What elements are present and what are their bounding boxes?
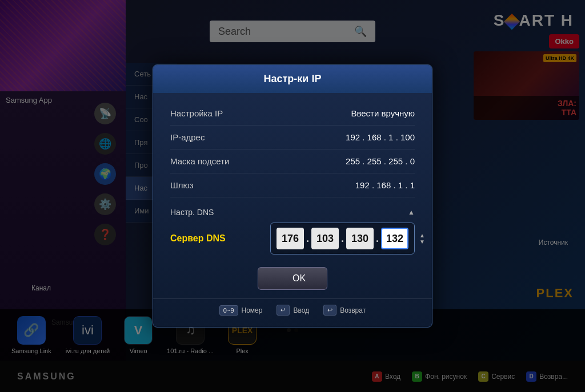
dns-field-3[interactable]: 132: [381, 228, 408, 249]
footer-hint-number-label: Номер: [242, 306, 263, 314]
server-dns-row: Сервер DNS 176 . 103 . 130 . 132: [170, 220, 415, 260]
ip-settings-dialog: Настр-ки IP Настройка IP Ввести вручную …: [153, 64, 432, 328]
server-dns-label: Сервер DNS: [170, 233, 239, 244]
dns-field-0[interactable]: 176: [277, 228, 304, 249]
footer-hint-enter: ↵ Ввод: [277, 305, 309, 316]
dialog-label-ip-setting: Настройка IP: [170, 108, 223, 118]
dns-field-1[interactable]: 103: [311, 228, 339, 249]
ok-button[interactable]: OK: [258, 267, 327, 290]
dns-dot-1: .: [304, 233, 311, 245]
dns-inputs-wrapper: 176 . 103 . 130 . 132 ▲ ▼: [270, 223, 415, 254]
key-badge-09: 0~9: [219, 305, 238, 316]
dialog-label-gateway: Шлюз: [170, 180, 194, 190]
dns-scroll-arrows: ▲ ▼: [419, 223, 425, 254]
dialog-title: Настр-ки IP: [153, 65, 432, 93]
dns-field-2[interactable]: 130: [346, 228, 374, 249]
dns-section: Настр. DNS ▲ Сервер DNS 176 . 103 . 130: [170, 203, 415, 260]
footer-hint-back-label: Возврат: [340, 306, 366, 314]
dialog-overlay: Настр-ки IP Настройка IP Ввести вручную …: [0, 0, 585, 392]
dns-up-arrow: ▲: [408, 208, 415, 216]
dns-inputs: 176 . 103 . 130 . 132: [270, 223, 415, 254]
dialog-label-subnet: Маска подсети: [170, 156, 229, 166]
footer-hint-enter-label: Ввод: [293, 306, 309, 314]
dialog-value-ip-address: 192 . 168 . 1 . 100: [346, 132, 415, 142]
dialog-row-ip-address: IP-адрес 192 . 168 . 1 . 100: [170, 126, 415, 149]
dialog-value-gateway: 192 . 168 . 1 . 1: [355, 180, 415, 190]
dns-label: Настр. DNS: [170, 208, 214, 217]
dialog-label-ip-address: IP-адрес: [170, 132, 205, 142]
dns-dot-2: .: [339, 233, 346, 245]
key-badge-enter: ↵: [277, 305, 290, 316]
key-badge-back: ↩: [323, 305, 336, 316]
dns-arrow-up[interactable]: ▲: [419, 232, 425, 239]
dialog-row-gateway: Шлюз 192 . 168 . 1 . 1: [170, 173, 415, 197]
dialog-value-subnet: 255 . 255 . 255 . 0: [346, 156, 415, 166]
dialog-row-ip-setting: Настройка IP Ввести вручную: [170, 102, 415, 126]
dns-arrow-down[interactable]: ▼: [419, 239, 425, 245]
dialog-footer: 0~9 Номер ↵ Ввод ↩ Возврат: [153, 298, 432, 316]
dialog-row-subnet: Маска подсети 255 . 255 . 255 . 0: [170, 149, 415, 173]
dialog-body: Настройка IP Ввести вручную IP-адрес 192…: [153, 99, 432, 293]
footer-hint-back: ↩ Возврат: [323, 305, 366, 316]
dns-row-label: Настр. DNS ▲: [170, 203, 415, 220]
dialog-value-ip-setting: Ввести вручную: [351, 108, 415, 118]
tv-background: Samsung App 📡 🌐 🌍 ⚙️ ❓ Сеть Нас Соо Пря …: [0, 0, 585, 392]
dns-dot-3: .: [374, 233, 381, 245]
footer-hint-number: 0~9 Номер: [219, 305, 263, 316]
